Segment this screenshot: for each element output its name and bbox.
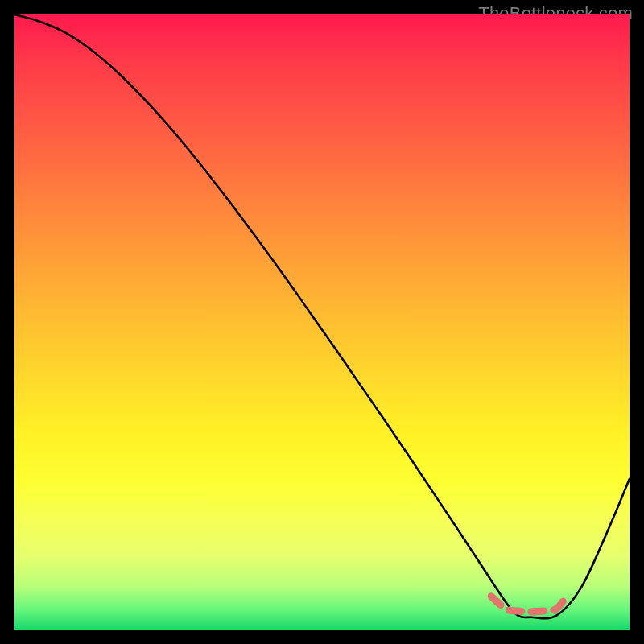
bottleneck-curve xyxy=(14,14,630,630)
chart-frame: TheBottleneck.com xyxy=(0,0,644,644)
plot-area xyxy=(14,14,630,630)
